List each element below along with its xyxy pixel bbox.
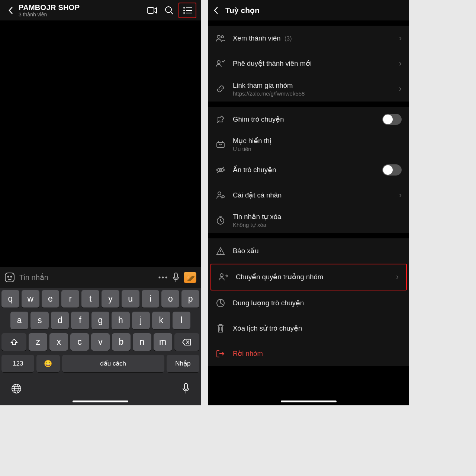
key-w[interactable]: w (22, 290, 39, 308)
more-icon[interactable] (158, 276, 168, 279)
svg-point-20 (217, 61, 220, 64)
row-label: Báo xấu (233, 247, 402, 255)
trash-icon (216, 324, 225, 333)
chevron-right-icon: › (399, 59, 402, 68)
row-label: Xem thành viên (233, 34, 281, 42)
key-c[interactable]: c (70, 333, 89, 351)
row-approve-members[interactable]: Phê duyệt thành viên mới › (208, 51, 409, 76)
row-label: Tin nhắn tự xóa (233, 213, 402, 221)
svg-point-13 (165, 277, 167, 279)
personal-icon (216, 191, 225, 199)
key-n[interactable]: n (133, 333, 151, 351)
link-icon (216, 84, 225, 93)
kb-row-1: q w e r t y u i o p (1, 290, 199, 308)
key-f[interactable]: f (71, 312, 89, 329)
svg-point-4 (183, 10, 185, 11)
gallery-icon[interactable] (184, 272, 196, 283)
key-q[interactable]: q (1, 290, 19, 308)
row-auto-delete[interactable]: Tin nhắn tự xóa Không tự xóa (208, 208, 409, 233)
svg-point-9 (8, 276, 9, 277)
approve-icon (216, 60, 225, 67)
section-settings: Ghim trò chuyện Mục hiển thị Ưu tiên Ẩn … (208, 107, 409, 233)
key-enter[interactable]: Nhập (167, 355, 199, 372)
options-header: Tuỳ chọn (208, 0, 409, 20)
key-shift[interactable] (1, 333, 26, 351)
row-group-link[interactable]: Link tham gia nhóm https://zalo.me/g/fwm… (208, 76, 409, 102)
row-clear-history[interactable]: Xóa lịch sử trò chuyện (208, 316, 409, 341)
transfer-icon (219, 273, 228, 281)
storage-icon (216, 299, 225, 308)
key-123[interactable]: 123 (1, 355, 34, 372)
key-b[interactable]: b (112, 333, 131, 351)
row-personal-settings[interactable]: Cài đặt cá nhân › (208, 183, 409, 208)
chevron-right-icon: › (399, 84, 402, 94)
key-l[interactable]: l (173, 312, 190, 329)
row-label: Phê duyệt thành viên mới (233, 60, 392, 68)
key-k[interactable]: k (152, 312, 170, 329)
warning-icon (216, 247, 225, 255)
key-v[interactable]: v (91, 333, 110, 351)
key-z[interactable]: z (29, 333, 47, 351)
key-u[interactable]: u (122, 290, 139, 308)
svg-rect-5 (186, 10, 192, 11)
key-t[interactable]: t (81, 290, 99, 308)
key-r[interactable]: r (61, 290, 79, 308)
chat-header: PAMBOJR SHOP 3 thành viên (0, 0, 201, 20)
chat-title-block[interactable]: PAMBOJR SHOP 3 thành viên (19, 3, 143, 17)
key-space[interactable]: dấu cách (62, 355, 164, 372)
svg-point-1 (165, 7, 171, 13)
back-button[interactable] (4, 6, 17, 15)
key-backspace[interactable] (174, 333, 199, 351)
globe-icon[interactable] (11, 383, 22, 394)
svg-point-12 (162, 277, 164, 279)
key-j[interactable]: j (132, 312, 150, 329)
sticker-icon[interactable] (4, 272, 15, 283)
svg-rect-14 (174, 273, 177, 278)
mic-icon[interactable] (173, 273, 179, 282)
pin-toggle[interactable] (382, 114, 402, 125)
video-call-button[interactable] (144, 3, 160, 18)
key-o[interactable]: o (161, 290, 179, 308)
search-button[interactable] (161, 3, 177, 18)
svg-rect-17 (184, 383, 187, 389)
row-report[interactable]: Báo xấu (208, 238, 409, 264)
back-button[interactable] (213, 6, 219, 15)
kb-row-3: z x c v b n m (1, 333, 199, 351)
key-d[interactable]: d (51, 312, 69, 329)
svg-point-10 (11, 276, 12, 277)
options-screen: Tuỳ chọn Xem thành viên (3) › Phê duyệt … (208, 0, 409, 405)
key-x[interactable]: x (49, 333, 68, 351)
chevron-right-icon: › (396, 272, 399, 282)
key-emoji[interactable]: 😀 (36, 355, 60, 372)
row-leave-group[interactable]: Rời nhóm (208, 341, 409, 366)
row-storage[interactable]: Dung lượng trò chuyện (208, 290, 409, 316)
svg-point-24 (222, 196, 224, 198)
message-input[interactable]: Tin nhắn (19, 273, 153, 282)
dictation-icon[interactable] (182, 383, 190, 394)
key-h[interactable]: h (112, 312, 129, 329)
svg-point-19 (221, 36, 223, 38)
chat-subtitle: 3 thành viên (19, 12, 143, 17)
row-pin-chat[interactable]: Ghim trò chuyện (208, 107, 409, 132)
row-sublabel: https://zalo.me/g/fwmwek558 (233, 90, 392, 97)
svg-rect-3 (186, 7, 192, 8)
key-a[interactable]: a (10, 312, 28, 329)
key-p[interactable]: p (181, 290, 199, 308)
key-e[interactable]: e (42, 290, 60, 308)
menu-button[interactable] (178, 3, 196, 18)
row-hide-chat[interactable]: Ẩn trò chuyện (208, 157, 409, 183)
row-view-members[interactable]: Xem thành viên (3) › (208, 26, 409, 51)
row-label: Rời nhóm (233, 350, 402, 358)
key-y[interactable]: y (102, 290, 119, 308)
row-count: (3) (284, 35, 292, 42)
hide-toggle[interactable] (382, 164, 402, 176)
row-display[interactable]: Mục hiển thị Ưu tiên (208, 132, 409, 157)
options-title: Tuỳ chọn (225, 6, 260, 15)
key-s[interactable]: s (30, 312, 48, 329)
key-m[interactable]: m (154, 333, 172, 351)
svg-rect-8 (5, 273, 14, 282)
key-i[interactable]: i (142, 290, 160, 308)
key-g[interactable]: g (91, 312, 109, 329)
row-transfer-owner[interactable]: Chuyển quyền trưởng nhóm › (211, 264, 406, 290)
hide-icon (216, 166, 225, 174)
